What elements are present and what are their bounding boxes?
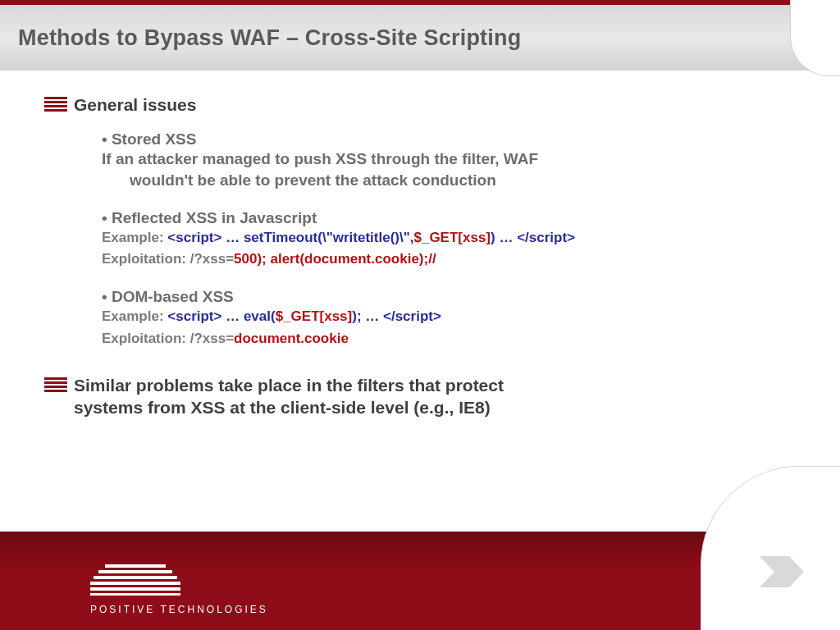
reflected-exploitation: Exploitation: /?xss=500); alert(document… [102, 249, 796, 270]
subhead-dom: • DOM-based XSS [102, 288, 796, 306]
svg-marker-14 [760, 556, 804, 587]
content-area: General issues • Stored XSS If an attack… [44, 94, 796, 424]
code-var: $_GET[xss] [413, 230, 491, 245]
stored-line-1: If an attacker managed to push XSS throu… [102, 148, 774, 170]
svg-rect-3 [44, 109, 67, 112]
reflected-example: Example: <script> … setTimeout(\"writeti… [102, 227, 796, 249]
slide: Methods to Bypass WAF – Cross-Site Scrip… [0, 0, 840, 630]
svg-rect-1 [44, 101, 67, 103]
code-open-tag: <script> [167, 308, 226, 324]
subhead-reflected: • Reflected XSS in Javascript [102, 209, 796, 227]
heading-similar-wrap: Similar problems take place in the filte… [74, 374, 504, 419]
exp-payload: 500); alert(document.cookie);// [234, 251, 436, 267]
svg-rect-4 [44, 377, 67, 380]
dom-example: Example: <script> … eval($_GET[xss]); … … [102, 306, 796, 327]
svg-rect-2 [44, 105, 67, 107]
code-var: $_GET[xss] [276, 308, 353, 324]
exp-prefix: /?xss= [190, 251, 234, 267]
svg-rect-9 [98, 570, 172, 573]
code-mid2: ) … [491, 230, 517, 245]
bullet-general-issues: General issues [44, 94, 796, 116]
next-arrow-icon[interactable] [760, 556, 804, 591]
brand-text: POSITIVE TECHNOLOGIES [90, 604, 268, 615]
svg-rect-7 [44, 390, 67, 392]
label-exploitation: Exploitation: [102, 251, 190, 267]
code-mid: … setTimeout(\"writetitle()\", [226, 230, 413, 245]
code-mid2: ); … [352, 308, 383, 324]
footer-curve [701, 466, 840, 630]
brand-logo: POSITIVE TECHNOLOGIES [90, 564, 268, 615]
section-stored-xss: • Stored XSS If an attacker managed to p… [102, 130, 796, 190]
label-example: Example: [102, 308, 167, 324]
heading-general-issues: General issues [74, 94, 196, 116]
code-close-tag: </script> [383, 308, 441, 324]
code-mid: … eval( [226, 308, 275, 324]
svg-rect-10 [94, 576, 177, 579]
code-open-tag: <script> [167, 230, 226, 245]
svg-rect-11 [90, 582, 180, 585]
bullet-similar-problems: Similar problems take place in the filte… [44, 374, 796, 419]
svg-rect-0 [44, 97, 67, 99]
svg-rect-8 [105, 564, 166, 568]
section-dom-xss: • DOM-based XSS Example: <script> … eval… [102, 288, 796, 349]
stored-line-2: wouldn't be able to prevent the attack c… [102, 170, 774, 191]
section-reflected-xss: • Reflected XSS in Javascript Example: <… [102, 209, 796, 271]
exp-payload: document.cookie [234, 331, 349, 346]
label-exploitation: Exploitation: [102, 331, 190, 346]
exp-prefix: /?xss= [190, 331, 234, 346]
svg-rect-12 [90, 587, 180, 591]
subhead-stored: • Stored XSS [102, 130, 796, 148]
code-close-tag: </script> [517, 230, 575, 245]
heading-similar-1: Similar problems take place in the filte… [74, 374, 504, 396]
slide-title: Methods to Bypass WAF – Cross-Site Scrip… [18, 25, 521, 51]
svg-rect-13 [90, 593, 180, 596]
heading-similar-2: systems from XSS at the client-side leve… [74, 396, 504, 418]
dom-exploitation: Exploitation: /?xss=document.cookie [102, 328, 796, 349]
label-example: Example: [102, 230, 167, 245]
logo-stripes-icon [90, 564, 268, 599]
svg-rect-6 [44, 386, 67, 388]
svg-rect-5 [44, 381, 67, 384]
title-bar: Methods to Bypass WAF – Cross-Site Scrip… [0, 5, 840, 71]
stripes-bullet-icon [44, 377, 74, 392]
stripes-bullet-icon [44, 97, 74, 112]
